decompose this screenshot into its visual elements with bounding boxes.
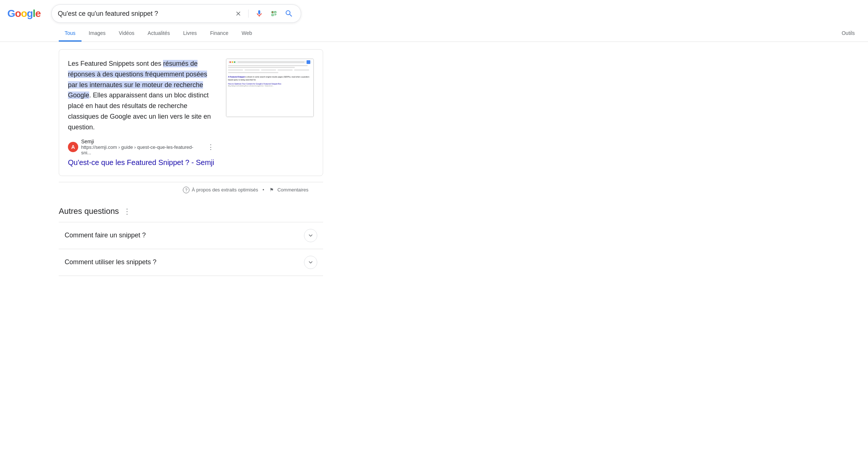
source-favicon: A <box>68 142 78 152</box>
snippet-text-column: Les Featured Snippets sont des résumés d… <box>68 58 217 167</box>
tab-tous[interactable]: Tous <box>59 26 82 42</box>
search-input[interactable] <box>58 10 230 18</box>
about-icon: ? <box>183 187 189 193</box>
tab-images[interactable]: Images <box>83 26 112 42</box>
aq-question-0: Comment faire un snippet ? <box>65 232 146 239</box>
tab-finance[interactable]: Finance <box>204 26 234 42</box>
search-divider <box>248 10 249 18</box>
favicon-initial: A <box>71 144 75 150</box>
source-link[interactable]: Qu'est-ce que les Featured Snippet ? - S… <box>68 158 217 167</box>
screenshot-preview: A Featured Snippet is shown in some sear… <box>226 59 314 117</box>
google-logo[interactable]: Google <box>7 8 40 19</box>
lens-search-button[interactable] <box>268 8 279 19</box>
clear-button[interactable] <box>234 9 243 18</box>
snippet-image-column: A Featured Snippet is shown in some sear… <box>226 58 314 167</box>
tab-livres[interactable]: Livres <box>177 26 203 42</box>
featured-snippet: Les Featured Snippets sont des résumés d… <box>59 49 323 176</box>
tab-actualites[interactable]: Actualités <box>142 26 176 42</box>
snippet-text-after: . Elles apparaissent dans un bloc distin… <box>68 91 211 130</box>
footer-info-row: ? À propos des extraits optimisés • ⚑ Co… <box>59 182 323 198</box>
aq-title: Autres questions <box>59 207 119 216</box>
aq-chevron-0 <box>304 229 317 242</box>
logo-letter-e: e <box>35 8 41 19</box>
about-extraits-label: À propos des extraits optimisés <box>192 187 258 193</box>
source-info: Semji https://semji.com › guide › quest-… <box>81 139 200 155</box>
aq-header: Autres questions ⋮ <box>59 207 323 216</box>
logo-letter-o2: o <box>21 8 27 19</box>
aq-item-1[interactable]: Comment utiliser les snippets ? <box>59 249 323 276</box>
comments-button[interactable]: ⚑ Commentaires <box>268 187 308 193</box>
snippet-text-before: Les Featured Snippets sont des <box>68 60 163 67</box>
logo-letter-o1: o <box>15 8 21 19</box>
tab-videos[interactable]: Vidéos <box>113 26 141 42</box>
snippet-image: A Featured Snippet is shown in some sear… <box>226 58 314 117</box>
aq-chevron-1 <box>304 256 317 269</box>
nav-tabs: Tous Images Vidéos Actualités Livres Fin… <box>0 26 868 42</box>
search-button[interactable] <box>283 8 295 19</box>
aq-more-options-button[interactable]: ⋮ <box>123 207 131 216</box>
search-bar-wrapper <box>51 4 301 23</box>
source-row: A Semji https://semji.com › guide › ques… <box>68 139 217 155</box>
logo-letter-l: l <box>33 8 35 19</box>
source-more-options-button[interactable]: ⋮ <box>205 141 217 152</box>
search-bar <box>51 4 301 23</box>
logo-letter-g2: g <box>27 8 33 19</box>
aq-item-0[interactable]: Comment faire un snippet ? <box>59 222 323 249</box>
about-extraits-button[interactable]: ? À propos des extraits optimisés <box>183 187 258 193</box>
autres-questions-section: Autres questions ⋮ Comment faire un snip… <box>59 207 323 276</box>
comments-icon: ⚑ <box>268 187 275 193</box>
logo-letter-g: G <box>7 8 15 19</box>
footer-separator: • <box>263 187 264 193</box>
source-name: Semji <box>81 139 200 144</box>
source-url: https://semji.com › guide › quest-ce-que… <box>81 144 200 155</box>
tab-web[interactable]: Web <box>236 26 258 42</box>
header: Google <box>0 0 868 23</box>
snippet-paragraph: Les Featured Snippets sont des résumés d… <box>68 58 217 133</box>
aq-question-1: Comment utiliser les snippets ? <box>65 258 156 266</box>
voice-search-button[interactable] <box>254 8 265 19</box>
tab-outils[interactable]: Outils <box>836 26 861 42</box>
main-content: Les Featured Snippets sont des résumés d… <box>0 42 330 283</box>
comments-label: Commentaires <box>277 187 308 193</box>
